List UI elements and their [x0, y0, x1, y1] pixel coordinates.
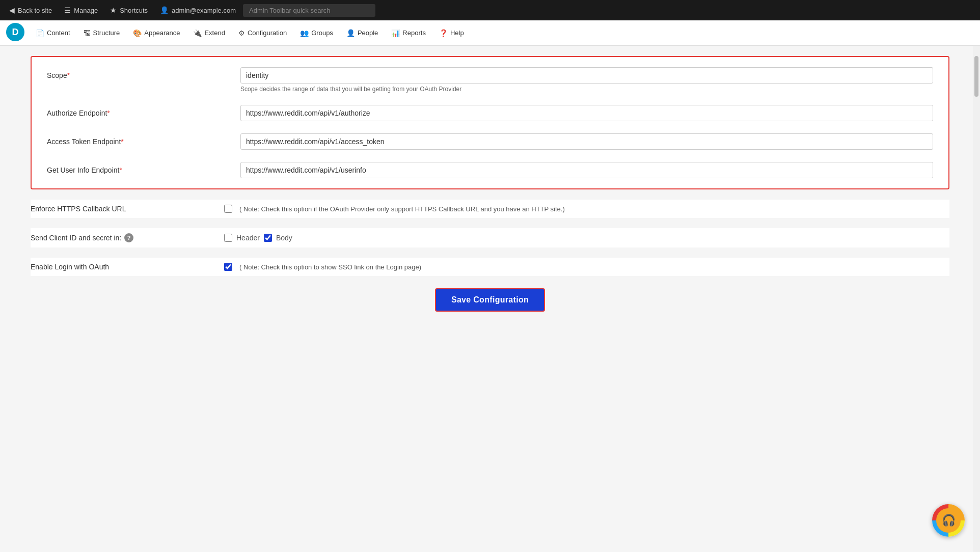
access-token-row: Access Token Endpoint*	[47, 133, 933, 150]
back-icon: ◀	[9, 6, 15, 14]
authorize-endpoint-row: Authorize Endpoint*	[47, 105, 933, 121]
people-icon: 👤	[346, 29, 355, 37]
nav-people[interactable]: 👤 People	[340, 26, 384, 40]
authorize-endpoint-label: Authorize Endpoint*	[47, 105, 240, 117]
scope-input[interactable]	[240, 67, 933, 84]
back-to-site-button[interactable]: ◀ Back to site	[4, 4, 57, 16]
drupal-logo[interactable]: D	[6, 23, 29, 43]
nav-help[interactable]: ❓ Help	[433, 26, 470, 40]
reports-icon: 📊	[391, 29, 400, 37]
user-info-field-wrap	[240, 162, 933, 178]
star-icon: ★	[110, 6, 117, 14]
secondary-nav: D 📄 Content 🏗 Structure 🎨 Appearance 🔌 E…	[0, 20, 980, 46]
send-client-id-wrap: Header Body	[224, 234, 292, 242]
nav-extend[interactable]: 🔌 Extend	[187, 26, 231, 40]
header-checkbox[interactable]	[224, 234, 232, 242]
menu-icon: ☰	[64, 6, 71, 14]
send-client-id-help-icon[interactable]: ?	[124, 233, 133, 242]
scope-description: Scope decides the range of data that you…	[240, 86, 933, 93]
user-button[interactable]: 👤 admin@example.com	[155, 4, 241, 16]
nav-reports[interactable]: 📊 Reports	[385, 26, 432, 40]
enable-login-row: Enable Login with OAuth ( Note: Check th…	[31, 258, 949, 276]
user-info-row: Get User Info Endpoint*	[47, 162, 933, 178]
admin-toolbar: ◀ Back to site ☰ Manage ★ Shortcuts 👤 ad…	[0, 0, 980, 20]
body-checkbox[interactable]	[264, 234, 272, 242]
oauth-config-form-section: Scope* Scope decides the range of data t…	[31, 56, 949, 189]
enable-login-wrap: ( Note: Check this option to show SSO li…	[224, 263, 421, 271]
scope-field-wrap: Scope decides the range of data that you…	[240, 67, 933, 93]
save-configuration-button[interactable]: Save Configuration	[435, 288, 545, 312]
enforce-https-note: ( Note: Check this option if the OAuth P…	[239, 205, 565, 213]
authorize-endpoint-field-wrap	[240, 105, 933, 121]
authorize-endpoint-input[interactable]	[240, 105, 933, 121]
header-label: Header	[236, 234, 260, 242]
scrollbar[interactable]	[973, 46, 980, 552]
chat-bubble-button[interactable]: 🎧	[932, 504, 965, 537]
enable-login-note: ( Note: Check this option to show SSO li…	[239, 263, 421, 271]
manage-button[interactable]: ☰ Manage	[59, 4, 103, 16]
user-info-input[interactable]	[240, 162, 933, 178]
extend-icon: 🔌	[193, 29, 202, 37]
scope-row: Scope* Scope decides the range of data t…	[47, 67, 933, 93]
enable-login-label: Enable Login with OAuth	[31, 263, 224, 271]
enforce-https-checkbox[interactable]	[224, 205, 232, 213]
svg-text:D: D	[12, 27, 19, 37]
structure-icon: 🏗	[84, 29, 91, 37]
enforce-https-wrap: ( Note: Check this option if the OAuth P…	[224, 205, 565, 213]
enable-login-checkbox[interactable]	[224, 263, 232, 271]
nav-groups[interactable]: 👥 Groups	[294, 26, 339, 40]
save-button-wrap: Save Configuration	[31, 288, 949, 312]
access-token-input[interactable]	[240, 133, 933, 150]
body-label: Body	[276, 234, 292, 242]
enforce-https-row: Enforce HTTPS Callback URL ( Note: Check…	[31, 200, 949, 218]
chat-bubble-icon: 🎧	[936, 508, 961, 533]
shortcuts-button[interactable]: ★ Shortcuts	[105, 4, 153, 16]
content-icon: 📄	[36, 29, 44, 37]
scrollbar-thumb[interactable]	[974, 56, 978, 97]
user-info-label: Get User Info Endpoint*	[47, 162, 240, 174]
appearance-icon: 🎨	[133, 29, 142, 37]
send-client-id-row: Send Client ID and secret in: ? Header B…	[31, 228, 949, 247]
nav-structure[interactable]: 🏗 Structure	[77, 26, 126, 40]
help-icon: ❓	[439, 29, 448, 37]
enforce-https-label: Enforce HTTPS Callback URL	[31, 205, 224, 213]
nav-content[interactable]: 📄 Content	[30, 26, 76, 40]
scope-label: Scope*	[47, 67, 240, 79]
user-icon: 👤	[160, 6, 169, 14]
toolbar-search-input[interactable]	[243, 4, 375, 17]
nav-configuration[interactable]: ⚙ Configuration	[232, 26, 293, 40]
send-client-id-label: Send Client ID and secret in: ?	[31, 233, 224, 242]
access-token-label: Access Token Endpoint*	[47, 133, 240, 146]
groups-icon: 👥	[300, 29, 309, 37]
configuration-icon: ⚙	[238, 29, 245, 37]
access-token-field-wrap	[240, 133, 933, 150]
nav-appearance[interactable]: 🎨 Appearance	[127, 26, 186, 40]
